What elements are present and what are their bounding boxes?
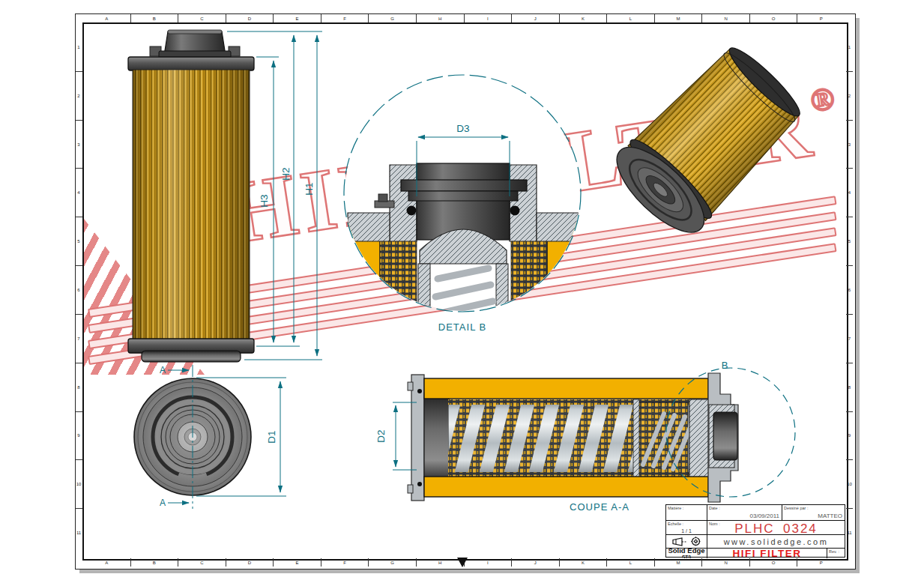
zone-label: F — [321, 558, 369, 567]
zone-label: 10 — [76, 459, 82, 508]
title-block: Matière : Date : 03/09/2011 Dessiné par … — [665, 504, 845, 558]
zone-label: 6 — [76, 265, 82, 314]
date-value: 03/09/2011 — [750, 513, 779, 519]
zone-label: E — [273, 14, 321, 22]
zone-label: L — [606, 558, 654, 567]
material-label: Matière : — [668, 506, 705, 510]
zone-label: J — [511, 558, 559, 567]
zone-label: 5 — [76, 217, 82, 265]
zone-label: C — [178, 558, 226, 567]
zone-label: 5 — [846, 217, 853, 265]
zone-label: P — [797, 14, 845, 22]
zone-label: O — [749, 14, 797, 22]
date-label: Date : — [709, 506, 780, 510]
app-version: ST3 — [682, 555, 691, 558]
sheet-shadow-bottom — [79, 570, 860, 573]
zone-label: 4 — [76, 168, 82, 217]
company-cell: HIFI FILTER — [707, 549, 827, 558]
rev-cell: Rev. : — [827, 549, 845, 558]
zone-label: A — [83, 14, 130, 22]
zone-label: 3 — [846, 120, 853, 169]
zone-label: K — [559, 14, 607, 22]
scale-cell: Echelle : 1 / 1 — [666, 521, 707, 534]
centering-mark — [457, 558, 468, 567]
zone-label: C — [178, 14, 226, 22]
drawn-by-label: Dessiné par : — [784, 506, 843, 510]
zone-label: 9 — [76, 411, 82, 460]
company-name: HIFI FILTER — [709, 549, 825, 558]
date-cell: Date : 03/09/2011 — [707, 505, 782, 520]
website-cell: www.solidedge.com — [707, 535, 845, 548]
projection-circles-icon — [691, 537, 701, 546]
drawn-by-value: MATTEO — [818, 513, 842, 519]
projection-cell — [666, 535, 707, 548]
zone-label: K — [559, 558, 607, 567]
zone-label: 10 — [846, 459, 853, 508]
zone-label: G — [368, 558, 416, 567]
zone-label: 2 — [76, 71, 82, 120]
zone-label: N — [701, 558, 749, 567]
zone-label: 11 — [846, 508, 853, 557]
zone-label: 2 — [846, 71, 853, 120]
zone-label: 9 — [846, 411, 853, 460]
zone-label: E — [273, 558, 321, 567]
zone-label: J — [511, 14, 559, 22]
name-cell: Nom : PLHC_0324 — [707, 521, 845, 534]
part-number: PLHC_0324 — [707, 522, 845, 534]
zone-label: 1 — [76, 23, 82, 71]
zone-band-right: 1234567891011 — [846, 23, 853, 557]
zone-label: I — [464, 558, 512, 567]
zone-label: 11 — [76, 508, 82, 557]
drawing-frame — [82, 22, 848, 561]
rev-label: Rev. : — [829, 549, 843, 554]
zone-label: H — [416, 558, 464, 567]
zone-label: H — [416, 14, 464, 22]
zone-label: 8 — [846, 363, 853, 411]
zone-label: 6 — [846, 265, 853, 314]
app-name: Solid Edge — [668, 549, 704, 555]
zone-label: A — [83, 558, 130, 567]
zone-label: 1 — [846, 23, 853, 71]
zone-label: 7 — [76, 314, 82, 363]
sheet-shadow-right — [856, 18, 860, 573]
zone-label: M — [654, 558, 702, 567]
zone-band-left: 1234567891011 — [76, 23, 82, 557]
zone-label: I — [464, 14, 512, 22]
zone-label: G — [368, 14, 416, 22]
zone-label: B — [130, 558, 178, 567]
drawn-by-cell: Dessiné par : MATTEO — [782, 505, 845, 520]
zone-label: 4 — [846, 168, 853, 217]
zone-label: 7 — [846, 314, 853, 363]
app-cell: Solid Edge ST3 — [666, 549, 707, 558]
material-cell: Matière : — [666, 505, 707, 520]
zone-label: L — [606, 14, 654, 22]
zone-label: D — [226, 558, 274, 567]
zone-label: P — [797, 558, 845, 567]
zone-band-top: ABCDEFGHIJKLMNOP — [83, 14, 845, 22]
zone-label: D — [226, 14, 274, 22]
website-url: www.solidedge.com — [709, 536, 843, 547]
zone-label: M — [654, 14, 702, 22]
zone-label: 8 — [76, 363, 82, 411]
zone-label: 3 — [76, 120, 82, 169]
zone-label: F — [321, 14, 369, 22]
zone-label: N — [701, 14, 749, 22]
zone-label: B — [130, 14, 178, 22]
scale-label: Echelle : — [668, 522, 705, 526]
zone-label: O — [749, 558, 797, 567]
scale-value: 1 / 1 — [666, 528, 707, 534]
first-angle-projection-icon — [672, 537, 687, 546]
